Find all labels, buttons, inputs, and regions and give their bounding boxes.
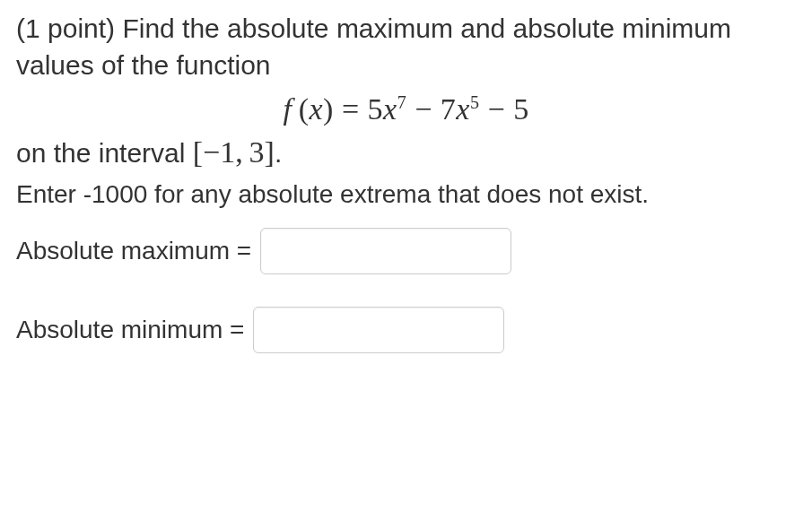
absolute-maximum-input[interactable] <box>260 228 511 274</box>
question-prompt: (1 point) Find the absolute maximum and … <box>16 11 796 83</box>
function-expression: f (x) = 5x7 − 7x5 − 5 <box>16 89 796 130</box>
hint-text: Enter -1000 for any absolute extrema tha… <box>16 177 796 212</box>
absolute-minimum-input[interactable] <box>253 307 504 353</box>
interval-prefix: on the interval <box>16 138 193 168</box>
points-label: (1 point) <box>16 13 122 43</box>
interval-expression: [−1, 3] <box>193 135 275 169</box>
absolute-maximum-label: Absolute maximum = <box>16 234 251 268</box>
absolute-maximum-row: Absolute maximum = <box>16 228 796 274</box>
prompt-text: Find the absolute maximum and absolute m… <box>16 13 731 80</box>
absolute-minimum-label: Absolute minimum = <box>16 313 244 347</box>
interval-line: on the interval [−1, 3]. <box>16 132 796 173</box>
absolute-minimum-row: Absolute minimum = <box>16 307 796 353</box>
interval-suffix: . <box>275 138 282 168</box>
